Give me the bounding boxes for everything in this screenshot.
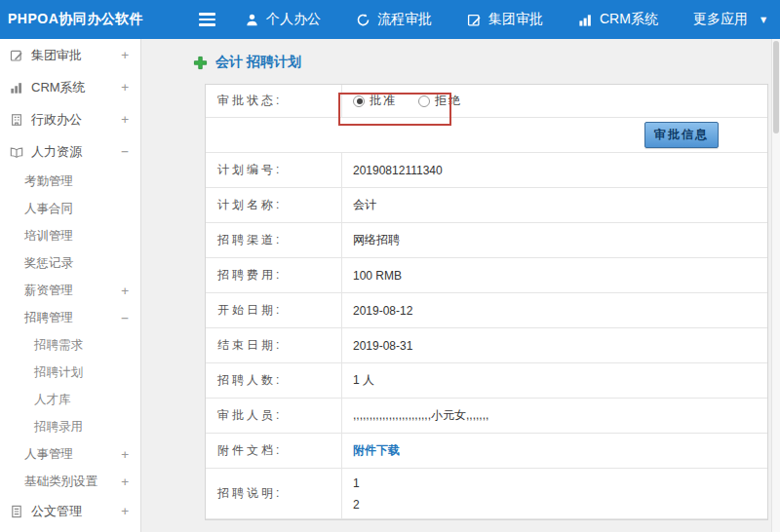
sidebar-item-recruit-hire[interactable]: 招聘录用 (0, 413, 140, 440)
main-content: 会计 招聘计划 审批状态: 批准 拒绝 审批信息 计划编号:2019081211… (142, 39, 780, 532)
form-row-approval-button: 审批信息 (206, 118, 767, 153)
field-value-attachment: 附件下载 (342, 434, 767, 468)
sidebar-item-talent-pool[interactable]: 人才库 (0, 386, 140, 413)
nav-item-label: 更多应用 (693, 11, 748, 28)
scrollbar-thumb[interactable] (773, 41, 779, 133)
field-value-end-date: 2019-08-31 (342, 328, 767, 362)
field-label-approval-status: 审批状态: (206, 85, 342, 117)
radio-reject-circle[interactable] (418, 95, 430, 107)
field-label-recruit-channel: 招聘渠道: (206, 223, 342, 257)
sidebar: 集团审批+CRM系统+行政办公+人力资源−考勤管理人事合同培训管理奖惩记录薪资管… (0, 39, 141, 532)
sidebar-item-label: 人力资源 (31, 143, 82, 161)
sidebar-item-personnel-contract[interactable]: 人事合同 (0, 195, 140, 222)
field-label-description: 招聘说明: (206, 469, 342, 518)
radio-reject-label: 拒绝 (435, 93, 462, 109)
field-label-recruit-cost: 招聘费用: (206, 258, 342, 292)
form-rows: 计划编号:20190812111340计划名称:会计招聘渠道:网络招聘招聘费用:… (206, 153, 767, 519)
sidebar-item-recruit-need[interactable]: 招聘需求 (0, 331, 140, 359)
form-row-plan-name: 计划名称:会计 (206, 188, 767, 223)
expand-plus-icon[interactable]: + (121, 475, 129, 489)
field-label-approvers: 审批人员: (206, 399, 342, 433)
sidebar-item-label: 奖惩记录 (24, 255, 73, 272)
sidebar-item-label: 招聘录用 (34, 419, 83, 436)
radio-approve[interactable]: 批准 (353, 93, 397, 109)
form-row-end-date: 结束日期:2019-08-31 (206, 328, 767, 363)
radio-approve-circle[interactable] (353, 95, 365, 107)
nav-item-label: CRM系统 (600, 11, 658, 28)
sidebar-item-training[interactable]: 培训管理 (0, 222, 140, 249)
nav-item-crm-system[interactable]: CRM系统 (578, 11, 658, 28)
app-logo: PHPOA协同办公软件 (0, 11, 146, 28)
expand-plus-icon[interactable]: + (121, 48, 129, 62)
radio-approve-label: 批准 (370, 93, 397, 109)
vertical-scrollbar[interactable] (771, 39, 780, 532)
sidebar-item-admin-office[interactable]: 行政办公+ (0, 103, 140, 135)
sidebar-item-label: 考勤管理 (24, 173, 73, 190)
attachment-download-link[interactable]: 附件下载 (353, 442, 400, 459)
sidebar-item-label: 集团审批 (31, 47, 82, 64)
sidebar-item-label: 招聘计划 (34, 364, 83, 381)
nav-item-label: 个人办公 (266, 11, 321, 28)
sidebar-item-attendance[interactable]: 考勤管理 (0, 168, 140, 195)
form-row-approvers: 审批人员:,,,,,,,,,,,,,,,,,,,,,,,,小元女,,,,,,, (206, 399, 767, 434)
sidebar-item-vehicle-manage[interactable]: 用车管理+ (0, 527, 140, 532)
sidebar-item-salary[interactable]: 薪资管理+ (0, 277, 140, 304)
sidebar-item-label: 基础类别设置 (24, 474, 98, 490)
sidebar-item-label: 人才库 (34, 392, 71, 408)
sidebar-item-recruit-manage[interactable]: 招聘管理− (0, 304, 140, 331)
nav-item-more-apps[interactable]: 更多应用▼ (693, 11, 766, 28)
edit-icon (467, 13, 482, 27)
field-label-plan-name: 计划名称: (206, 188, 342, 222)
top-navigation: 个人办公流程审批集团审批CRM系统更多应用▼ (245, 11, 766, 28)
sidebar-item-personnel-manage[interactable]: 人事管理+ (0, 440, 140, 468)
sidebar-item-document-manage[interactable]: 公文管理+ (0, 495, 140, 527)
description-line: 1 (353, 476, 360, 490)
sidebar-item-base-category[interactable]: 基础类别设置+ (0, 468, 140, 495)
form-row-recruit-cost: 招聘费用:100 RMB (206, 258, 767, 293)
sidebar-item-crm-system[interactable]: CRM系统+ (0, 71, 140, 103)
radio-reject[interactable]: 拒绝 (418, 93, 462, 109)
field-value-description: 12 (342, 469, 767, 518)
expand-plus-icon[interactable]: + (121, 112, 129, 127)
sidebar-item-reward-punishment[interactable]: 奖惩记录 (0, 249, 140, 277)
add-plus-icon (193, 56, 208, 70)
collapse-minus-icon[interactable]: − (121, 311, 129, 325)
sidebar-item-label: CRM系统 (31, 79, 86, 96)
hamburger-menu-icon[interactable] (195, 9, 219, 30)
chart-icon (578, 13, 593, 27)
doc-icon (10, 505, 23, 518)
field-value-headcount: 1 人 (342, 363, 767, 398)
caret-down-icon: ▼ (760, 16, 766, 24)
field-value-recruit-channel: 网络招聘 (342, 223, 767, 257)
building-icon (10, 113, 23, 127)
field-label-plan-number: 计划编号: (206, 153, 342, 187)
person-icon (245, 13, 259, 27)
sidebar-item-label: 招聘需求 (34, 337, 83, 354)
nav-item-label: 流程审批 (377, 11, 432, 28)
sidebar-item-label: 招聘管理 (24, 310, 73, 326)
sidebar-item-human-resources[interactable]: 人力资源− (0, 135, 140, 168)
collapse-minus-icon[interactable]: − (121, 144, 129, 159)
expand-plus-icon[interactable]: + (121, 504, 129, 518)
nav-item-personal-office[interactable]: 个人办公 (245, 11, 321, 28)
sidebar-item-recruit-plan[interactable]: 招聘计划 (0, 359, 140, 386)
form-row-headcount: 招聘人数:1 人 (206, 363, 767, 399)
recruit-plan-form: 审批状态: 批准 拒绝 审批信息 计划编号:20190812111340计划名称… (205, 84, 768, 520)
sidebar-item-group-approval[interactable]: 集团审批+ (0, 39, 140, 71)
field-label-start-date: 开始日期: (206, 293, 342, 327)
sidebar-item-label: 行政办公 (31, 111, 82, 129)
expand-plus-icon[interactable]: + (121, 80, 129, 95)
page-title-text: 会计 招聘计划 (215, 54, 301, 71)
sidebar-item-label: 薪资管理 (24, 283, 73, 299)
field-label-headcount: 招聘人数: (206, 363, 342, 398)
approval-info-button[interactable]: 审批信息 (644, 122, 719, 148)
expand-plus-icon[interactable]: + (121, 284, 129, 298)
nav-item-group-approval[interactable]: 集团审批 (467, 11, 543, 28)
form-row-plan-number: 计划编号:20190812111340 (206, 153, 767, 188)
nav-item-label: 集团审批 (488, 11, 543, 28)
form-row-approval-status: 审批状态: 批准 拒绝 (206, 85, 767, 118)
expand-plus-icon[interactable]: + (121, 447, 129, 462)
nav-item-process-approval[interactable]: 流程审批 (356, 11, 432, 28)
form-row-start-date: 开始日期:2019-08-12 (206, 293, 767, 328)
field-value-plan-name: 会计 (342, 188, 767, 222)
